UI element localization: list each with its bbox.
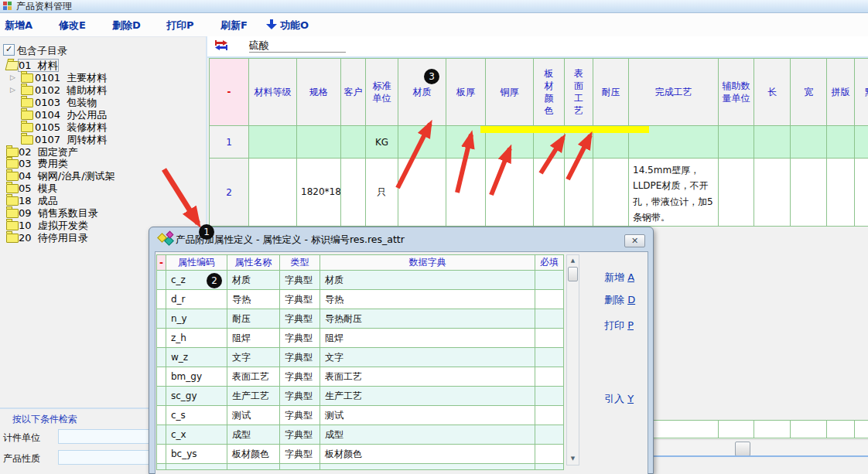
tree-item-0104[interactable]: 0104 办公用品 — [35, 109, 107, 121]
new-button[interactable]: 新增A — [5, 19, 32, 32]
attr-cell-bm_gy-5[interactable] — [535, 367, 564, 387]
tree-item-0107[interactable]: 0107 周转材料 — [35, 134, 107, 145]
expander-icon[interactable]: ▷ — [10, 73, 15, 81]
col-header-2[interactable]: 规格 — [297, 58, 341, 126]
attr-cell-w_z-0[interactable] — [156, 348, 166, 367]
attr-cell-sc_gy-2[interactable]: 生产工艺 — [227, 387, 280, 406]
footer-cell-15[interactable] — [827, 420, 855, 438]
cell-r1-c14[interactable] — [791, 126, 827, 159]
tree-item-0103[interactable]: 0103 包装物 — [35, 97, 97, 108]
attr-cell-z_h-2[interactable]: 阻焊 — [227, 329, 280, 348]
cell-r2-c6[interactable] — [446, 159, 486, 227]
attr-cell-w_z-3[interactable]: 字典型 — [280, 348, 320, 367]
attr-cell-c_z-0[interactable] — [156, 271, 166, 290]
attr-cell-d_r-3[interactable]: 字典型 — [280, 290, 320, 309]
dialog-add-button[interactable]: 新增 A — [604, 271, 634, 285]
attr-cell-n_y-0[interactable] — [156, 309, 166, 329]
footer-cell-16[interactable] — [855, 420, 868, 438]
attr-cell-n_y-4[interactable]: 导热耐压 — [320, 309, 535, 329]
tree-item-02[interactable]: 02 固定资产 — [19, 146, 78, 158]
attr-cell-c_s-2[interactable]: 测试 — [227, 406, 280, 425]
attr-cell-bc_ys-4[interactable]: 板材颜色 — [320, 445, 535, 464]
cell-r2-c13[interactable] — [754, 159, 791, 227]
cell-r2-c10[interactable] — [593, 159, 629, 227]
attr-cell-bc_ys-0[interactable] — [156, 445, 166, 464]
row-header-1[interactable]: 1 — [209, 126, 249, 159]
attr-cell-z_h-4[interactable]: 阻焊 — [320, 329, 535, 348]
dialog-vertical-scrollbar[interactable]: ▲ ▼ — [566, 254, 579, 465]
tree-item-05[interactable]: 05 模具 — [19, 182, 58, 194]
search-input[interactable]: 硫酸 — [249, 39, 346, 53]
cell-r2-c12[interactable] — [719, 159, 754, 227]
cell-r2-c8[interactable] — [534, 159, 565, 227]
footer-cell-14[interactable] — [791, 420, 827, 438]
col-header-15[interactable]: 拼版 — [827, 58, 855, 126]
cell-r2-c14[interactable] — [791, 159, 827, 227]
attr-cell-c_x-5[interactable] — [535, 425, 564, 445]
attr-cell-bm_gy-1[interactable]: bm_gy — [166, 367, 227, 387]
attr-cell-d_r-0[interactable] — [156, 290, 166, 309]
attr-cell-c_x-3[interactable]: 字典型 — [280, 425, 320, 445]
attr-col-header-5[interactable]: 必填 — [535, 254, 564, 271]
attr-cell-z_h-3[interactable]: 字典型 — [280, 329, 320, 348]
attr-cell-n_y-1[interactable]: n_y — [166, 309, 227, 329]
col-header-8[interactable]: 板材颜色 — [534, 58, 565, 126]
tree-item-09[interactable]: 09 销售系数目录 — [19, 207, 98, 219]
attr-cell-n_y-2[interactable]: 耐压 — [227, 309, 280, 329]
cell-r2-c15[interactable] — [827, 159, 855, 227]
cell-r1-c13[interactable] — [754, 126, 791, 159]
attr-cell-c_x-0[interactable] — [156, 425, 166, 445]
scroll-down-button[interactable]: ▼ — [568, 454, 578, 464]
col-header-6[interactable]: 板厚 — [446, 58, 486, 126]
col-header-3[interactable]: 客户 — [341, 58, 366, 126]
cell-r2-c5[interactable] — [398, 159, 446, 227]
tree-item-10[interactable]: 10 虚拟开发类 — [19, 220, 88, 231]
footer-cell-12[interactable] — [719, 420, 754, 438]
cell-r2-c1[interactable] — [249, 159, 297, 227]
row-header-2[interactable]: 2 — [209, 159, 249, 227]
attr-cell-n_y-3[interactable]: 字典型 — [280, 309, 320, 329]
attr-cell-c_s-5[interactable] — [535, 406, 564, 425]
attr-cell-c_s-4[interactable]: 测试 — [320, 406, 535, 425]
cell-r1-c2[interactable] — [297, 126, 341, 159]
attr-cell-z_h-1[interactable]: z_h — [166, 329, 227, 348]
col-header-16[interactable]: 黙 — [855, 58, 868, 126]
cell-r1-c1[interactable] — [249, 126, 297, 159]
expander-icon[interactable]: ▷ — [10, 86, 15, 94]
delete-button[interactable]: 删除D — [112, 19, 141, 32]
scroll-up-button[interactable]: ▲ — [568, 256, 578, 266]
dialog-scrollbar-thumb[interactable] — [568, 267, 578, 281]
attr-cell-sc_gy-1[interactable]: sc_gy — [166, 387, 227, 406]
tree-item-18[interactable]: 18 成品 — [19, 195, 58, 206]
attr-cell-sc_gy-3[interactable]: 字典型 — [280, 387, 320, 406]
col-header-12[interactable]: 辅助数量单位 — [719, 58, 754, 126]
cell-r1-c5[interactable] — [398, 126, 446, 159]
attr-cell-z_h-5[interactable] — [535, 329, 564, 348]
attr-cell-bm_gy-2[interactable]: 表面工艺 — [227, 367, 280, 387]
cell-r1-c4[interactable]: KG — [366, 126, 398, 159]
attr-cell-n_y-5[interactable] — [535, 309, 564, 329]
cell-r1-c15[interactable] — [827, 126, 855, 159]
attr-cell-w_z-5[interactable] — [535, 348, 564, 367]
refresh-button[interactable]: 刷新F — [220, 19, 248, 32]
cell-r1-c16[interactable] — [855, 126, 868, 159]
attr-cell-c_s-3[interactable]: 字典型 — [280, 406, 320, 425]
col-header-4[interactable]: 标准单位 — [366, 58, 398, 126]
col-header-1[interactable]: 材料等级 — [249, 58, 297, 126]
dialog-import-button[interactable]: 引入 Y — [604, 392, 634, 406]
col-header-13[interactable]: 长 — [754, 58, 791, 126]
print-button[interactable]: 打印P — [166, 19, 194, 32]
col-header-11[interactable]: 完成工艺 — [629, 58, 719, 126]
attr-cell-bc_ys-5[interactable] — [535, 445, 564, 464]
attr-cell-c_x-4[interactable]: 成型 — [320, 425, 535, 445]
attr-cell-sc_gy-5[interactable] — [535, 387, 564, 406]
attr-cell-d_r-4[interactable]: 导热 — [320, 290, 535, 309]
col-header-10[interactable]: 耐压 — [593, 58, 629, 126]
attr-cell-c_z-5[interactable] — [535, 271, 564, 290]
attr-cell-w_z-2[interactable]: 文字 — [227, 348, 280, 367]
unit-filter-input[interactable] — [58, 429, 149, 444]
attr-cell-c_s-0[interactable] — [156, 406, 166, 425]
attr-cell-sc_gy-4[interactable]: 生产工艺 — [320, 387, 535, 406]
include-subdir-checkbox[interactable]: ✓ — [3, 44, 15, 56]
attr-cell-c_z-3[interactable]: 字典型 — [280, 271, 320, 290]
